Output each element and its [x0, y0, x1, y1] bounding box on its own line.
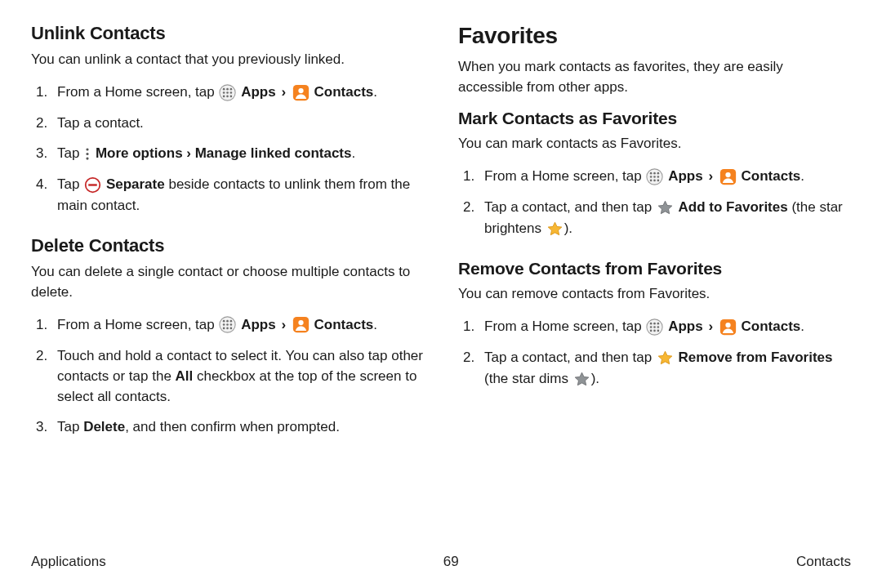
contacts-label: Contacts: [314, 84, 374, 100]
bold-text: Remove from Favorites: [679, 350, 833, 365]
right-column: Favorites When you mark contacts as favo…: [458, 23, 851, 529]
bold-text: Delete: [83, 419, 125, 434]
step-text: From a Home screen, tap: [57, 84, 218, 100]
step-text: Tap a contact, and then tap: [484, 199, 656, 215]
step: Tap Delete, and then confirm when prompt…: [31, 416, 424, 437]
step-text: , and then confirm when prompted.: [125, 419, 340, 434]
bold-text: Separate: [106, 176, 165, 192]
step-text: ).: [564, 220, 572, 236]
star-dim-icon: [657, 197, 674, 217]
apps-icon: [646, 316, 663, 336]
content-columns: Unlink Contacts You can unlink a contact…: [31, 23, 851, 529]
apps-icon: [219, 314, 236, 334]
intro-favorites: When you mark contacts as favorites, the…: [458, 57, 851, 97]
steps-mark-favorites: From a Home screen, tap Apps › Contacts.…: [458, 166, 851, 239]
bold-text: All: [176, 368, 194, 384]
contacts-icon: [719, 316, 737, 336]
bold-text: Add to Favorites: [679, 199, 788, 215]
step-text: (the star dims: [484, 371, 572, 386]
apps-label: Apps: [241, 84, 276, 100]
intro-delete: You can delete a single contact or choos…: [31, 262, 424, 302]
star-bright-icon: [657, 347, 674, 368]
step: Tap More options › Manage linked contact…: [31, 143, 424, 164]
step: Touch and hold a contact to select it. Y…: [31, 345, 424, 407]
step-text: .: [351, 145, 355, 161]
step: Tap Separate beside contacts to unlink t…: [31, 174, 424, 216]
step-text: .: [373, 84, 377, 100]
separator: ›: [708, 318, 713, 334]
step-text: Tap a contact, and then tap: [484, 350, 656, 365]
apps-label: Apps: [668, 318, 703, 334]
step: Tap a contact.: [31, 113, 424, 133]
page-footer: Applications 69 Contacts: [31, 554, 851, 570]
contacts-label: Contacts: [314, 317, 374, 332]
heading-unlink-contacts: Unlink Contacts: [31, 23, 424, 44]
intro-remove-favorites: You can remove contacts from Favorites.: [458, 284, 851, 305]
step-text: .: [800, 318, 804, 334]
step-text: Tap: [57, 419, 83, 434]
step: From a Home screen, tap Apps › Contacts.: [458, 316, 851, 337]
step: From a Home screen, tap Apps › Contacts.: [31, 82, 424, 103]
step-text: From a Home screen, tap: [484, 318, 645, 334]
contacts-icon: [292, 314, 310, 334]
step-text: .: [800, 168, 804, 184]
contacts-icon: [719, 166, 737, 186]
footer-right: Contacts: [796, 554, 851, 570]
apps-icon: [219, 82, 236, 102]
intro-mark-favorites: You can mark contacts as Favorites.: [458, 134, 851, 154]
step-text: From a Home screen, tap: [57, 317, 218, 332]
step: Tap a contact, and then tap Add to Favor…: [458, 197, 851, 239]
steps-remove-favorites: From a Home screen, tap Apps › Contacts.…: [458, 316, 851, 390]
heading-delete-contacts: Delete Contacts: [31, 235, 424, 256]
more-options-icon: [84, 143, 91, 163]
apps-label: Apps: [668, 168, 703, 184]
separate-icon: [84, 174, 101, 194]
contacts-icon: [292, 82, 310, 102]
step-text: .: [373, 317, 377, 332]
apps-label: Apps: [241, 317, 276, 332]
step-text: From a Home screen, tap: [484, 168, 645, 184]
heading-favorites: Favorites: [458, 23, 851, 49]
steps-delete: From a Home screen, tap Apps › Contacts.…: [31, 314, 424, 438]
steps-unlink: From a Home screen, tap Apps › Contacts.…: [31, 82, 424, 216]
step-text: Tap: [57, 176, 83, 192]
star-dim-icon: [573, 368, 590, 389]
footer-left: Applications: [31, 554, 106, 570]
contacts-label: Contacts: [742, 318, 801, 334]
step-text: Tap: [57, 145, 83, 161]
step-text: ).: [591, 371, 599, 386]
footer-page-number: 69: [443, 554, 459, 570]
step: Tap a contact, and then tap Remove from …: [458, 347, 851, 390]
step: From a Home screen, tap Apps › Contacts.: [31, 314, 424, 336]
intro-unlink: You can unlink a contact that you previo…: [31, 50, 424, 70]
contacts-label: Contacts: [742, 168, 801, 184]
separator: ›: [281, 317, 286, 332]
heading-mark-favorites: Mark Contacts as Favorites: [458, 109, 851, 128]
left-column: Unlink Contacts You can unlink a contact…: [31, 23, 424, 529]
apps-icon: [646, 166, 663, 186]
bold-text: More options › Manage linked contacts: [96, 145, 352, 161]
separator: ›: [708, 168, 713, 184]
separator: ›: [281, 84, 286, 100]
heading-remove-favorites: Remove Contacts from Favorites: [458, 259, 851, 278]
star-bright-icon: [546, 218, 564, 238]
step: From a Home screen, tap Apps › Contacts.: [458, 166, 851, 187]
